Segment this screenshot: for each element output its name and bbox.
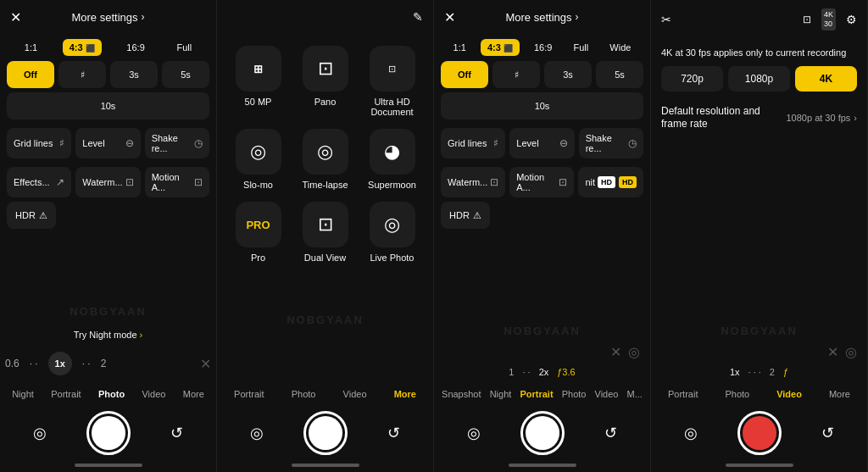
aspect-1-1[interactable]: 1:1 [18,39,44,56]
nav-snapshot-3[interactable]: Snapshot [438,387,484,401]
timer3-off[interactable]: Off [441,61,488,88]
motion-setting[interactable]: Motion A... ⊡ [145,167,209,197]
close-button-3[interactable]: ✕ [444,9,455,25]
mode-ultrahd[interactable]: ⊡ Ultra HD Document [364,46,420,117]
mode-pro[interactable]: PRO Pro [231,202,286,263]
watermark-setting[interactable]: Waterm... ⊡ [75,167,140,197]
close-button-1[interactable]: ✕ [10,9,21,25]
aspect3-1-1[interactable]: 1:1 [447,39,473,56]
cross-icon-4[interactable]: ✕ [827,344,838,360]
mode-50mp[interactable]: ⊞ 50 MP [231,46,286,117]
aspect3-wide[interactable]: Wide [603,39,637,56]
timer-5s[interactable]: 5s [162,61,209,88]
aspect-16-9[interactable]: 16:9 [120,39,151,56]
nav-portrait-3[interactable]: Portrait [516,387,556,401]
mode-pano[interactable]: ⊡ Pano [298,46,353,117]
level-setting[interactable]: Level ⊖ [75,128,140,158]
effects-setting[interactable]: Effects... ↗ [7,167,71,197]
4k-badge[interactable]: 4K30 [821,8,836,31]
level3-setting[interactable]: Level ⊖ [509,128,574,158]
timer3-3s[interactable]: 3s [544,61,592,88]
aspect-4-3[interactable]: 4:3 ⬛ [63,39,102,56]
mode-livephoto[interactable]: ◎ Live Photo [364,202,420,263]
nav-portrait-4[interactable]: Portrait [665,387,701,401]
cross-icon-3[interactable]: ✕ [610,344,621,360]
flash-icon-2[interactable]: ◎ [250,424,264,442]
grid3-lines[interactable]: Grid lines ♯ [441,128,505,158]
timer-3s[interactable]: 3s [110,61,158,88]
shutter-button-3[interactable] [520,411,565,455]
shutter-button-2[interactable] [303,411,348,455]
shutter-button-4[interactable] [737,411,782,455]
timer-off[interactable]: Off [7,61,54,88]
nav-night-1[interactable]: Night [8,387,37,401]
res-1080p[interactable]: 1080p [728,66,790,92]
shutter-inner-2 [309,416,342,450]
default-res-value[interactable]: 1080p at 30 fps › [786,113,857,123]
nav-m-3[interactable]: M... [624,387,646,401]
nav-portrait-2[interactable]: Portrait [231,387,267,401]
top-bar-2: ✎ [217,0,433,34]
nav-portrait-1[interactable]: Portrait [47,387,84,401]
scissors-icon-4[interactable]: ✂ [661,13,671,26]
timer3-5s[interactable]: 5s [596,61,643,88]
flip-icon-3[interactable]: ↺ [604,424,617,442]
flash-icon-4[interactable]: ◎ [684,424,698,442]
mode-icon-livephoto: ◎ [370,202,415,247]
flip-icon-2[interactable]: ↺ [387,424,400,442]
nav-photo-3[interactable]: Photo [559,387,590,401]
flash-icon-3[interactable]: ◎ [467,424,481,442]
nit3-setting[interactable]: nit HD HD [578,167,643,197]
circle-icon-3[interactable]: ◎ [628,344,640,360]
zoom-row-3: 1 · · 2x ƒ3.6 [434,364,650,380]
nav-photo-4[interactable]: Photo [721,387,753,401]
gear-icon-4[interactable]: ⚙ [846,13,857,26]
nav-more-4[interactable]: More [826,387,854,401]
nav-photo-2[interactable]: Photo [288,387,320,401]
mode-timelapse[interactable]: ◎ Time-lapse [298,129,353,190]
nav-video-2[interactable]: Video [340,387,370,401]
flash-icon-1[interactable]: ◎ [33,424,47,442]
hdr-button[interactable]: HDR ⚠ [7,202,56,229]
flip-icon-1[interactable]: ↺ [170,424,183,442]
mode-supermoon[interactable]: ◕ Supermoon [364,129,420,190]
mode-dualview[interactable]: ⊡ Dual View [298,202,353,263]
home-indicator-3 [509,464,576,467]
nav-more-1[interactable]: More [180,387,208,401]
nav-video-4[interactable]: Video [773,387,805,401]
aspect3-full[interactable]: Full [567,39,596,56]
timer-10s[interactable]: 10s [7,92,209,119]
timer3-10s[interactable]: 10s [441,92,643,119]
nav-photo-1[interactable]: Photo [95,387,128,401]
zoom-1x[interactable]: 1x [48,352,72,375]
timer-hash[interactable]: ♯ [58,61,106,88]
nav-video-3[interactable]: Video [592,387,622,401]
res-720p[interactable]: 720p [661,66,723,92]
edit-icon-2[interactable]: ✎ [413,10,423,24]
settings-row-1: Grid lines ♯ Level ⊖ Shake re... ◷ [0,124,216,163]
timer3-hash[interactable]: ♯ [492,61,540,88]
shake3-setting[interactable]: Shake re... ◷ [579,128,643,158]
nav-video-1[interactable]: Video [138,387,169,401]
shake-setting[interactable]: Shake re... ◷ [145,128,209,158]
circle-icon-4[interactable]: ◎ [845,344,857,360]
watermark3-setting[interactable]: Waterm... ⊡ [441,167,505,197]
nav-more-2[interactable]: More [391,387,420,401]
aspect-full[interactable]: Full [170,39,198,56]
zoom-1x-4[interactable]: 1x [730,367,740,377]
grid-lines-setting[interactable]: Grid lines ♯ [7,128,71,158]
aspect3-16-9[interactable]: 16:9 [527,39,559,56]
hdr3-button[interactable]: HDR ⚠ [441,202,490,229]
shutter-button-1[interactable] [86,411,131,455]
mode-slomo[interactable]: ◎ Slo-mo [231,129,286,190]
nav-night-3[interactable]: Night [487,387,515,401]
zoom-2x-3[interactable]: 2x [539,367,549,377]
flip-icon-4[interactable]: ↺ [821,424,834,442]
default-res-row: Default resolution and frame rate 1080p … [651,98,867,138]
motion3-setting[interactable]: Motion A... ⊡ [509,167,574,197]
shake3-icon: ◷ [628,137,637,149]
res-4k[interactable]: 4K [795,66,857,92]
settings-icon-1[interactable]: ✕ [200,356,211,372]
aspect3-4-3[interactable]: 4:3 ⬛ [481,39,520,56]
camera-icon-4[interactable]: ⊡ [803,14,811,25]
